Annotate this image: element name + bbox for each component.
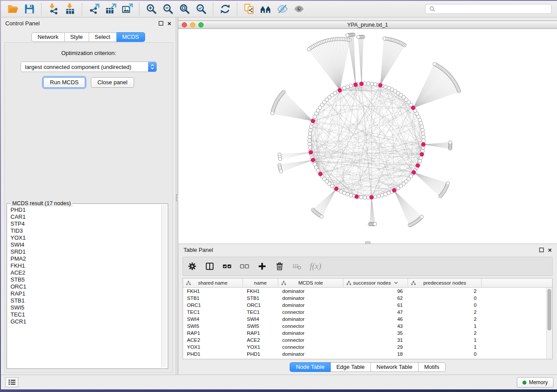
gear-button[interactable]	[187, 261, 197, 271]
result-list-item[interactable]: SWI5	[10, 304, 161, 311]
show-all-eye-button[interactable]	[291, 2, 307, 16]
table-scrollbar-thumb[interactable]	[547, 289, 551, 330]
close-table-panel-icon[interactable]: ×	[548, 248, 552, 252]
result-list-item[interactable]: CAR1	[10, 213, 161, 220]
zoom-fit-button[interactable]	[176, 2, 193, 16]
column-header-successor-nodes[interactable]: successor nodes	[343, 279, 408, 287]
table-tab-motifs[interactable]: Motifs	[419, 362, 446, 372]
export-network-button[interactable]	[86, 2, 102, 16]
tab-mcds[interactable]: MCDS	[117, 32, 145, 42]
table-scrollbar[interactable]	[546, 288, 552, 359]
result-list-item[interactable]: PHD1	[10, 206, 161, 213]
table-tab-edge-table[interactable]: Edge Table	[331, 362, 371, 372]
result-list-item[interactable]: SRD1	[10, 248, 161, 255]
search-box[interactable]	[425, 4, 552, 14]
zoom-out-button[interactable]	[159, 2, 176, 16]
zoom-in-icon	[145, 3, 157, 15]
hide-selected-eye-slash-button[interactable]	[274, 2, 291, 16]
apply-layout-button[interactable]	[217, 2, 233, 16]
result-list-item[interactable]: GCR1	[10, 318, 161, 325]
control-panel: Control Panel × NetworkStyleSelectMCDS O…	[1, 17, 176, 375]
table-row[interactable]: PHD1PHD1dominator180	[183, 351, 546, 358]
open-file-button[interactable]	[4, 2, 21, 16]
table-cell: dominator	[278, 316, 343, 322]
tab-style[interactable]: Style	[65, 32, 89, 42]
network-graph[interactable]	[178, 29, 557, 244]
tab-network[interactable]: Network	[31, 32, 65, 42]
result-list-item[interactable]: SWI4	[10, 241, 161, 248]
import-network-button[interactable]	[45, 2, 62, 16]
control-panel-header: Control Panel ×	[1, 17, 176, 29]
import-table-button[interactable]	[62, 2, 78, 16]
memory-button[interactable]: Memory	[517, 377, 554, 388]
horizontal-splitter-grip[interactable]	[365, 241, 370, 244]
result-list-scrollbar[interactable]	[161, 205, 167, 368]
optimization-select[interactable]: largest connected component (undirected)	[21, 62, 157, 72]
table-row[interactable]: RAP1RAP1dominator352	[183, 330, 546, 337]
network-canvas[interactable]	[178, 29, 557, 244]
export-network-icon	[88, 3, 100, 15]
result-list-item[interactable]: STB1	[10, 297, 161, 304]
table-cell: dominator	[278, 296, 343, 301]
table-cell: 47	[343, 309, 408, 315]
column-header-shared-name[interactable]: shared name	[183, 279, 243, 287]
zoom-in-button[interactable]	[143, 2, 159, 16]
minimize-window-icon[interactable]	[190, 22, 195, 28]
clone-network-icon	[243, 3, 255, 15]
table-row[interactable]: ORC1ORC1dominator610	[183, 302, 546, 309]
result-list-item[interactable]: TEC1	[10, 311, 161, 318]
table-row[interactable]: SWI5SWI5connector431	[183, 323, 546, 330]
result-list-item[interactable]: ACE2	[10, 269, 161, 276]
binoculars-button[interactable]	[257, 2, 274, 16]
result-list-item[interactable]: ORC1	[10, 283, 161, 290]
select-all-checks-button[interactable]	[222, 261, 232, 271]
result-list-item[interactable]: RAP1	[10, 290, 161, 297]
tab-select[interactable]: Select	[89, 32, 117, 42]
table-cell: PHD1	[183, 351, 243, 357]
table-row[interactable]: STB1STB1dominator620	[183, 295, 546, 302]
column-header-predecessor-nodes[interactable]: predecessor nodes	[408, 279, 482, 287]
gear-icon	[187, 261, 197, 271]
deselect-all-button[interactable]	[240, 261, 249, 271]
column-header-MCDS-role[interactable]: MCDS role	[278, 279, 343, 287]
result-list-item[interactable]: TID3	[10, 227, 161, 234]
column-header-name[interactable]: name	[243, 279, 278, 287]
run-mcds-button[interactable]: Run MCDS	[43, 77, 85, 88]
table-row[interactable]: ACE2ACE2connector311	[183, 337, 546, 344]
table-row[interactable]: FKH1FKH1dominator962	[183, 288, 546, 295]
close-panel-button[interactable]: Close panel	[91, 77, 134, 88]
float-panel-icon[interactable]	[159, 21, 163, 26]
export-table-button[interactable]	[102, 2, 119, 16]
network-title-bar[interactable]: YPA_prune.txt_1	[178, 21, 557, 29]
maximize-window-icon[interactable]	[198, 22, 204, 28]
function-fx-button[interactable]: f(x)	[310, 261, 321, 271]
result-list-item[interactable]: STB5	[10, 276, 161, 283]
toolbar-buttons	[4, 2, 307, 16]
delete-table-button[interactable]	[292, 261, 302, 271]
table-tab-network-table[interactable]: Network Table	[371, 362, 419, 372]
result-list-item[interactable]: YOX1	[10, 234, 161, 241]
clone-network-button[interactable]	[241, 2, 257, 16]
task-history-button[interactable]	[5, 377, 18, 387]
mcds-result-list[interactable]: PHD1CAR1STP4TID3YOX1SWI4SRD1PMA2FKH1ACE2…	[8, 205, 161, 368]
export-image-button[interactable]	[119, 2, 135, 16]
close-window-icon[interactable]	[182, 22, 187, 28]
columns-button[interactable]	[205, 261, 214, 271]
table-row[interactable]: YOX1YOX1connector291	[183, 344, 546, 351]
close-panel-icon[interactable]: ×	[167, 21, 171, 26]
save-session-button[interactable]	[21, 2, 38, 16]
add-column-button[interactable]	[257, 261, 267, 271]
result-list-item[interactable]: PMA2	[10, 255, 161, 262]
table-row[interactable]: TEC1TEC1connector472	[183, 309, 546, 316]
result-list-item[interactable]: STP4	[10, 220, 161, 227]
table-tab-node-table[interactable]: Node Table	[290, 362, 331, 372]
delete-column-button[interactable]	[275, 261, 284, 271]
result-list-item[interactable]: FKH1	[10, 262, 161, 269]
table-cell: SWI5	[183, 323, 243, 329]
table-cell: ACE2	[243, 337, 278, 343]
float-table-panel-icon[interactable]	[539, 248, 544, 252]
zoom-selected-button[interactable]	[193, 2, 209, 16]
search-input[interactable]	[438, 6, 551, 12]
table-row[interactable]: SWI4SWI4dominator462	[183, 316, 546, 323]
zoom-out-icon	[162, 3, 174, 15]
